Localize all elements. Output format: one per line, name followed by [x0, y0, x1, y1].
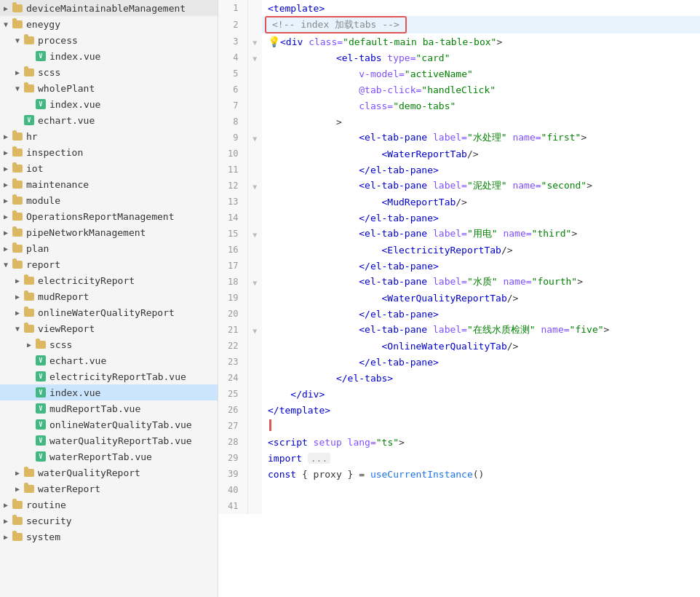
code-line-41: 41 — [218, 498, 700, 514]
sidebar-item-wholePlant-index[interactable]: Vindex.vue — [0, 96, 218, 112]
tree-item-label: electricityReportTab.vue — [49, 371, 186, 382]
code-token: name= — [507, 180, 541, 191]
line-number: 23 — [218, 354, 247, 370]
line-gutter — [247, 290, 262, 306]
vue-icon: V — [36, 435, 46, 446]
code-token: "fourth" — [532, 276, 578, 287]
sidebar-item-scss[interactable]: ▶scss — [0, 64, 218, 80]
code-token: @tab-click= — [359, 84, 421, 95]
folder-icon — [12, 165, 23, 173]
tree-item-label: mudReportTab.vue — [49, 403, 140, 414]
fold-arrow-icon[interactable]: ▼ — [252, 327, 257, 335]
sidebar-item-plan[interactable]: ▶plan — [0, 240, 218, 256]
code-token: label= — [427, 132, 467, 143]
sidebar-item-system[interactable]: ▶system — [0, 529, 218, 545]
sidebar-item-routine[interactable]: ▶routine — [0, 497, 218, 513]
code-line-4: 4▼ <el-tabs type="card" — [218, 50, 700, 66]
sidebar-item-module[interactable]: ▶module — [0, 192, 218, 208]
line-content: v-model="activeName" — [262, 66, 700, 82]
line-content: const { proxy } = useCurrentInstance() — [262, 466, 700, 482]
line-gutter — [247, 114, 262, 130]
code-editor: 1<template>2<!-- index 加载tabs -->3▼💡<div… — [218, 0, 700, 597]
sidebar-item-onlineWaterQualityReport[interactable]: ▶onlineWaterQualityReport — [0, 304, 218, 320]
code-token: label= — [427, 324, 467, 335]
code-line-20: 20 </el-tab-pane> — [218, 306, 700, 322]
sidebar-item-inspection[interactable]: ▶inspection — [0, 144, 218, 160]
sidebar-item-viewReport-echart[interactable]: Vechart.vue — [0, 352, 218, 368]
sidebar-item-viewReport-waterQualityReportTab[interactable]: VwaterQualityReportTab.vue — [0, 432, 218, 448]
fold-arrow-icon[interactable]: ▼ — [252, 135, 257, 143]
code-line-14: 14 </el-tab-pane> — [218, 210, 700, 226]
sidebar-item-viewReport-mudReportTab[interactable]: VmudReportTab.vue — [0, 400, 218, 416]
code-token: ... — [308, 453, 330, 464]
line-gutter: ▼ — [247, 50, 262, 66]
sidebar-item-viewReport-waterReportTab[interactable]: VwaterReportTab.vue — [0, 448, 218, 464]
sidebar-item-OperationsReportManagement[interactable]: ▶OperationsReportManagement — [0, 208, 218, 224]
sidebar-item-eneygy[interactable]: ▼eneygy — [0, 16, 218, 32]
sidebar-item-electricityReport[interactable]: ▶electricityReport — [0, 272, 218, 288]
fold-arrow-icon[interactable]: ▼ — [252, 183, 257, 191]
sidebar-item-deviceMaintainableManagement[interactable]: ▶deviceMaintainableManagement — [0, 0, 218, 16]
fold-arrow-icon[interactable]: ▼ — [252, 55, 257, 63]
sidebar-item-maintenance[interactable]: ▶maintenance — [0, 176, 218, 192]
code-indent — [268, 261, 359, 272]
sidebar-item-echart[interactable]: Vechart.vue — [0, 112, 218, 128]
line-number: 8 — [218, 114, 247, 130]
fold-arrow-icon[interactable]: ▼ — [252, 279, 257, 287]
line-gutter — [247, 194, 262, 210]
sidebar-item-iot[interactable]: ▶iot — [0, 160, 218, 176]
sidebar-item-viewReport-onlineWaterQualityTab[interactable]: VonlineWaterQualityTab.vue — [0, 416, 218, 432]
code-indent — [268, 357, 359, 368]
sidebar-item-process-index[interactable]: Vindex.vue — [0, 48, 218, 64]
line-gutter — [247, 482, 262, 498]
vue-icon: V — [36, 403, 46, 414]
sidebar-item-viewReport-scss[interactable]: ▶scss — [0, 336, 218, 352]
line-number: 10 — [218, 146, 247, 162]
code-indent — [268, 116, 336, 127]
tree-item-label: scss — [49, 339, 72, 350]
line-gutter — [247, 258, 262, 274]
sidebar-item-viewReport-index[interactable]: Vindex.vue — [0, 384, 218, 400]
code-indent — [268, 213, 359, 224]
red-marker — [269, 419, 271, 431]
sidebar-item-mudReport[interactable]: ▶mudReport — [0, 288, 218, 304]
sidebar-item-viewReport[interactable]: ▼viewReport — [0, 320, 218, 336]
file-tree[interactable]: ▶deviceMaintainableManagement▼eneygy▼pro… — [0, 0, 218, 597]
line-gutter — [247, 82, 262, 98]
line-gutter: ▼ — [247, 33, 262, 50]
sidebar-item-waterQualityReport[interactable]: ▶waterQualityReport — [0, 464, 218, 481]
sidebar-item-security[interactable]: ▶security — [0, 513, 218, 529]
folder-icon — [12, 133, 23, 141]
line-content: @tab-click="handleClick" — [262, 82, 700, 98]
sidebar-item-process[interactable]: ▼process — [0, 32, 218, 48]
sidebar-item-waterReport[interactable]: ▶waterReport — [0, 481, 218, 497]
code-line-13: 13 <MudReportTab/> — [218, 194, 700, 210]
vue-icon: V — [36, 51, 46, 61]
code-suffix: > — [581, 132, 586, 143]
fold-arrow-icon[interactable]: ▼ — [252, 231, 257, 239]
line-gutter — [247, 498, 262, 514]
tree-item-label: waterQualityReportTab.vue — [49, 435, 192, 446]
code-suffix: > — [577, 276, 583, 287]
tree-arrow-icon: ▶ — [0, 245, 12, 253]
code-token: "first" — [541, 132, 581, 143]
sidebar-item-wholePlant[interactable]: ▼wholePlant — [0, 80, 218, 96]
code-line-8: 8 > — [218, 114, 700, 130]
sidebar-item-hr[interactable]: ▶hr — [0, 128, 218, 144]
fold-arrow-icon[interactable]: ▼ — [252, 39, 257, 47]
sidebar-item-report[interactable]: ▼report — [0, 256, 218, 272]
tree-item-label: mudReport — [38, 291, 89, 302]
line-number: 19 — [218, 290, 247, 306]
code-token: v-model= — [359, 68, 405, 79]
code-token: "five" — [570, 324, 604, 335]
code-token: <script — [268, 437, 308, 448]
sidebar-item-pipeNetworkManagement[interactable]: ▶pipeNetworkManagement — [0, 224, 218, 240]
code-token: <!-- index 加载tabs --> — [272, 19, 399, 30]
code-token: name= — [536, 324, 570, 335]
line-number: 27 — [218, 418, 247, 434]
sidebar-item-viewReport-electricityReportTab[interactable]: VelectricityReportTab.vue — [0, 368, 218, 384]
code-token: "third" — [532, 228, 572, 239]
tree-item-label: index.vue — [49, 51, 100, 62]
line-content: </el-tab-pane> — [262, 162, 700, 178]
code-token: <el-tab-pane — [359, 228, 427, 239]
